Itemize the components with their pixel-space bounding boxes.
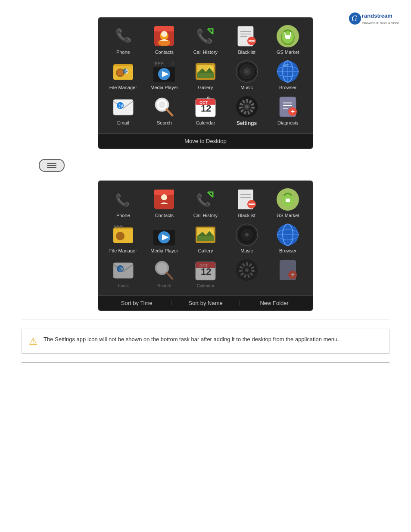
app-gs-market-2[interactable]: GS Market <box>271 188 305 218</box>
call-history-icon-2: 📞 <box>194 188 217 211</box>
app-diagnosis[interactable]: + Diagnosis <box>271 95 305 126</box>
app-grid-2: 📞 Phone Contacts <box>98 181 313 295</box>
app-file-manager-2-label: File Manager <box>109 248 137 253</box>
app-call-history-2[interactable]: 📞 Call History <box>188 188 223 218</box>
app-gallery-2[interactable]: Gallery <box>188 223 223 253</box>
gallery-icon <box>194 60 217 83</box>
app-file-manager[interactable]: @ File Manager <box>106 60 140 90</box>
app-settings-label: Settings <box>237 120 257 126</box>
app-search-label: Search <box>157 120 172 125</box>
svg-text:randstream: randstream <box>362 12 392 19</box>
menu-button[interactable] <box>39 159 65 172</box>
svg-point-45 <box>245 70 249 73</box>
app-calendar[interactable]: OCT 12 ⚙ Calendar <box>188 95 223 126</box>
app-email[interactable]: @ Email <box>106 95 140 126</box>
svg-text:📞: 📞 <box>115 193 130 207</box>
svg-rect-40 <box>197 73 214 78</box>
menu-button-container <box>39 158 398 172</box>
gallery-icon-2 <box>194 223 217 246</box>
app-phone[interactable]: 📞📞 Phone <box>106 25 140 55</box>
svg-rect-34 <box>171 61 174 66</box>
email-icon: @ <box>112 95 135 118</box>
app-browser-2[interactable]: Browser <box>271 223 305 253</box>
gs-market-icon-2 <box>276 188 299 211</box>
settings-icon-2 <box>235 258 258 282</box>
media-player-icon-2 <box>153 223 176 246</box>
file-manager-icon-2: ▶▶▶ <box>112 223 135 246</box>
file-manager-icon: @ <box>112 60 135 83</box>
svg-text:@: @ <box>118 266 123 271</box>
app-gs-market-2-label: GS Market <box>277 213 299 218</box>
app-contacts[interactable]: Contacts <box>147 25 181 55</box>
app-gs-market[interactable]: GS Market <box>271 25 305 55</box>
search-icon <box>153 95 176 118</box>
app-call-history-2-label: Call History <box>193 213 218 218</box>
phone-icon-2: 📞 <box>112 188 135 211</box>
app-email-2[interactable]: @ Email <box>106 258 140 288</box>
svg-point-11 <box>161 31 167 37</box>
warning-box: ⚠ The Settings app icon will not be show… <box>22 329 389 354</box>
app-phone-label: Phone <box>116 50 130 55</box>
svg-text:+: + <box>291 108 295 115</box>
svg-point-95 <box>116 232 125 240</box>
app-blacklist[interactable]: Blacklist <box>230 25 264 55</box>
app-diagnosis-2[interactable]: + <box>271 258 305 288</box>
browser-icon <box>276 60 299 83</box>
new-folder-btn[interactable]: New Folder <box>240 300 308 306</box>
svg-rect-24 <box>286 35 290 39</box>
app-music-2[interactable]: Music <box>230 223 264 253</box>
svg-rect-92 <box>286 199 290 202</box>
app-gallery[interactable]: Gallery <box>188 60 223 90</box>
app-row-1: 📞📞 Phone <box>98 22 313 57</box>
svg-rect-81 <box>154 190 174 195</box>
app-media-player-2[interactable]: Media Player <box>147 223 181 253</box>
app-email-2-label: Email <box>118 283 128 288</box>
menu-line-2 <box>47 165 56 166</box>
app-gallery-label: Gallery <box>198 85 213 90</box>
context-menu-bar: Sort by Time Sort by Name New Folder <box>98 295 313 311</box>
app-search-2-label: Search <box>158 283 171 288</box>
app-browser-2-label: Browser <box>279 248 296 253</box>
svg-point-117 <box>157 263 167 273</box>
app-browser[interactable]: Browser <box>271 60 305 90</box>
calendar-icon-2: OCT 12 <box>194 258 217 282</box>
blacklist-icon-2 <box>235 188 258 211</box>
move-to-desktop-bar[interactable]: Move to Desktop <box>98 133 313 149</box>
app-settings[interactable]: Settings <box>230 95 264 126</box>
app-phone-2-label: Phone <box>116 213 130 218</box>
app-blacklist-2[interactable]: Blacklist <box>230 188 264 218</box>
app-file-manager-2[interactable]: ▶▶▶ File Manager <box>106 223 140 253</box>
app-call-history[interactable]: 📞 Call History <box>188 25 223 55</box>
svg-rect-8 <box>154 26 174 31</box>
app-phone-2[interactable]: 📞 Phone <box>106 188 140 218</box>
media-player-icon: ▶▶▶ <box>153 60 176 83</box>
sort-by-name-btn[interactable]: Sort by Name <box>171 300 240 306</box>
app-music[interactable]: Music <box>230 60 264 90</box>
svg-rect-98 <box>153 224 175 230</box>
gs-market-icon <box>276 25 299 48</box>
app-blacklist-label: Blacklist <box>238 50 255 55</box>
svg-point-125 <box>245 268 249 272</box>
app-grid-1: 📞📞 Phone <box>98 18 313 133</box>
app-calendar-2[interactable]: OCT 12 Calendar <box>188 258 223 288</box>
logo: G randstream Innovative IP Voice & Video <box>347 8 403 34</box>
svg-rect-103 <box>197 236 214 241</box>
app-settings-2[interactable] <box>230 258 264 288</box>
move-to-desktop-label: Move to Desktop <box>184 138 227 144</box>
sort-by-time-btn[interactable]: Sort by Time <box>103 300 171 306</box>
svg-line-118 <box>167 273 172 279</box>
divider-1 <box>22 320 389 320</box>
svg-text:12: 12 <box>201 103 211 114</box>
svg-point-70 <box>245 105 249 109</box>
svg-text:▶▶▶: ▶▶▶ <box>155 61 164 65</box>
app-file-manager-label: File Manager <box>109 85 137 90</box>
app-media-player[interactable]: ▶▶▶ Media Player <box>147 60 181 90</box>
app-music-label: Music <box>240 85 253 90</box>
app-calendar-2-label: Calendar <box>197 283 215 288</box>
app-contacts-2[interactable]: Contacts <box>147 188 181 218</box>
blacklist-icon <box>235 25 258 48</box>
app-row-2: @ File Manager <box>98 57 313 93</box>
screenshot-2: 📞 Phone Contacts <box>98 180 313 311</box>
app-search-2[interactable]: Search <box>147 258 181 288</box>
app-search[interactable]: Search <box>147 95 181 126</box>
